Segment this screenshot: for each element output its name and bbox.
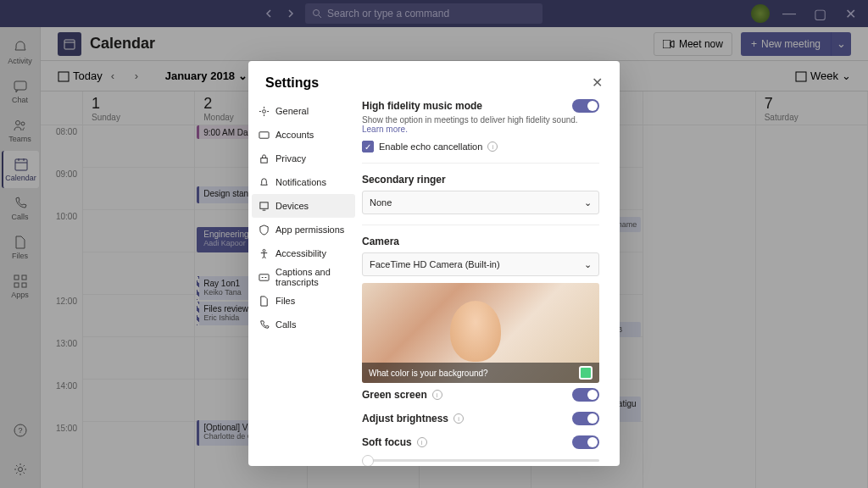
secondary-ringer-title: Secondary ringer (362, 174, 599, 186)
hifi-title: High fidelity music mode (362, 100, 482, 112)
close-icon[interactable]: ✕ (592, 75, 603, 91)
nav-captions[interactable]: Captions and transcripts (252, 265, 355, 289)
echo-checkbox[interactable]: ✓ (362, 141, 374, 152)
soft-focus-slider[interactable] (362, 459, 599, 462)
soft-focus-toggle[interactable] (572, 435, 599, 449)
soft-focus-label: Soft focus (362, 436, 412, 448)
info-icon[interactable]: i (417, 437, 427, 447)
info-icon[interactable]: i (432, 390, 442, 400)
svg-point-20 (263, 249, 265, 252)
bg-color-swatch[interactable] (579, 366, 593, 380)
secondary-ringer-dropdown[interactable]: None⌄ (362, 191, 599, 214)
settings-modal: Settings ✕ General Accounts Privacy Noti… (248, 61, 620, 466)
hifi-toggle[interactable] (572, 99, 599, 113)
nav-devices[interactable]: Devices (252, 194, 355, 218)
nav-general[interactable]: General (252, 99, 355, 123)
brightness-toggle[interactable] (572, 412, 599, 425)
green-screen-toggle[interactable] (572, 388, 599, 402)
nav-notifications[interactable]: Notifications (252, 170, 355, 194)
chevron-down-icon: ⌄ (584, 197, 592, 208)
camera-preview: What color is your background? (362, 283, 599, 383)
nav-app-permissions[interactable]: App permissions (252, 218, 355, 241)
nav-accounts[interactable]: Accounts (252, 123, 355, 147)
brightness-label: Adjust brightness (362, 413, 448, 424)
svg-rect-21 (259, 274, 269, 280)
bg-question: What color is your background? (369, 369, 488, 378)
info-icon[interactable]: i (453, 413, 464, 424)
learn-more-link[interactable]: Learn more. (362, 125, 408, 134)
camera-dropdown[interactable]: FaceTime HD Camera (Built-in)⌄ (362, 252, 599, 276)
svg-rect-17 (259, 131, 269, 137)
green-screen-label: Green screen (362, 389, 427, 401)
settings-nav: General Accounts Privacy Notifications D… (248, 99, 359, 466)
hifi-desc: Show the option in meetings to deliver h… (362, 115, 599, 134)
svg-rect-18 (261, 158, 267, 163)
chevron-down-icon: ⌄ (584, 259, 592, 270)
info-icon[interactable]: i (487, 141, 498, 152)
modal-overlay: Settings ✕ General Accounts Privacy Noti… (0, 0, 868, 488)
nav-accessibility[interactable]: Accessibility (252, 241, 355, 265)
settings-title: Settings (265, 75, 319, 91)
camera-title: Camera (362, 236, 599, 247)
nav-privacy[interactable]: Privacy (252, 147, 355, 170)
nav-calls[interactable]: Calls (252, 313, 355, 336)
svg-rect-19 (260, 202, 268, 208)
nav-files[interactable]: Files (252, 289, 355, 313)
echo-label: Enable echo cancellation (379, 141, 482, 152)
svg-point-16 (263, 109, 266, 113)
